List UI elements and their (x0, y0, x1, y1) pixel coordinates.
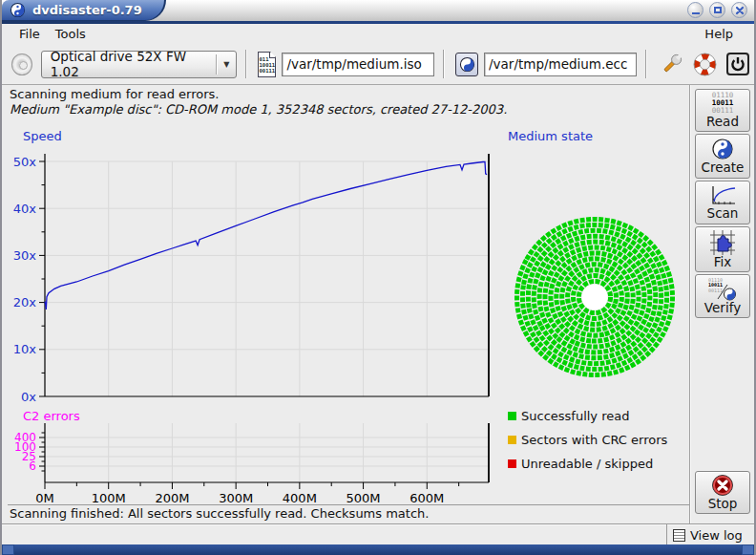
scan-result-status: Scanning finished: All sectors successfu… (10, 506, 429, 521)
scan-button[interactable]: Scan (695, 181, 750, 224)
svg-text:0x: 0x (21, 390, 36, 404)
power-icon (725, 52, 750, 76)
toolbar: Optical drive 52X FW 1.02 ▼ 011 10011 00… (2, 44, 754, 85)
good-swatch-icon (508, 412, 516, 420)
svg-text:400: 400 (14, 431, 36, 444)
stop-button[interactable]: Stop (695, 471, 750, 514)
svg-text:0M: 0M (35, 491, 54, 505)
content-pane: Scanning medium for read errors. Medium … (8, 85, 689, 523)
verify-button[interactable]: 01110 10011 00111 Verify (695, 274, 750, 318)
titlebar[interactable]: dvdisaster-0.79 (2, 0, 754, 21)
stop-icon (711, 474, 734, 497)
maximize-icon (714, 7, 722, 13)
verify-icon: 01110 10011 00111 (708, 278, 737, 301)
window-bottom-frame[interactable] (2, 544, 754, 555)
svg-text:200M: 200M (155, 491, 189, 505)
drive-selector[interactable]: Optical drive 52X FW 1.02 ▼ (41, 51, 237, 78)
resize-corner-right[interactable] (742, 544, 754, 555)
svg-text:500M: 500M (346, 491, 381, 505)
help-button[interactable] (692, 51, 717, 77)
crc-swatch-icon (508, 436, 516, 444)
read-icon: 01110 10011 00111 (712, 92, 734, 115)
title-tab: dvdisaster-0.79 (2, 0, 166, 21)
scan-curve-icon (709, 185, 736, 206)
fix-button[interactable]: Fix (695, 226, 750, 272)
preferences-button[interactable] (660, 51, 684, 77)
maximize-button[interactable] (709, 2, 725, 18)
ecc-path-field[interactable] (484, 53, 637, 76)
chevron-down-icon: ▼ (223, 60, 229, 69)
menu-tools[interactable]: Tools (48, 27, 94, 41)
legend-item-unreadable: Unreadable / skipped (508, 452, 667, 476)
svg-text:50x: 50x (13, 155, 37, 169)
close-button[interactable] (731, 2, 747, 18)
main-area: Scanning medium for read errors. Medium … (2, 85, 754, 523)
iso-path-field[interactable] (282, 53, 434, 76)
log-icon (673, 529, 685, 542)
window-controls (687, 2, 747, 18)
svg-text:10x: 10x (13, 342, 37, 356)
create-button[interactable]: Create (695, 134, 750, 179)
svg-text:100M: 100M (92, 491, 126, 505)
legend-item-crc: Sectors with CRC errors (508, 428, 667, 452)
svg-text:20x: 20x (13, 295, 37, 310)
svg-text:400M: 400M (283, 491, 317, 505)
ecc-file-icon (455, 53, 478, 76)
minimize-button[interactable] (687, 2, 704, 18)
toolbar-separator (245, 50, 247, 78)
legend-item-good: Successfully read (508, 404, 667, 428)
fix-puzzle-icon (710, 230, 735, 255)
svg-text:600M: 600M (410, 491, 444, 505)
menubar: File Tools Help (2, 24, 754, 44)
quit-button[interactable] (725, 51, 750, 77)
drive-icon (11, 53, 32, 75)
statusbar: View log (2, 523, 754, 544)
action-sidebar: 01110 10011 00111 Read Create (689, 85, 754, 523)
window-title: dvdisaster-0.79 (32, 3, 142, 17)
medium-state-legend: Successfully read Sectors with CRC error… (508, 404, 667, 476)
svg-text:40x: 40x (13, 202, 37, 216)
drive-selector-value: Optical drive 52X FW 1.02 (51, 49, 208, 79)
combo-divider (216, 54, 218, 75)
iso-file-icon: 011 10011 00111 (258, 52, 277, 77)
create-yin-yang-icon (711, 138, 734, 160)
wrench-icon (660, 52, 684, 76)
unreadable-swatch-icon (508, 459, 516, 468)
resize-corner-left[interactable] (2, 544, 14, 555)
toolbar-separator (443, 50, 445, 78)
close-icon (735, 6, 745, 15)
toolbar-separator (645, 50, 647, 78)
menu-file[interactable]: File (11, 27, 48, 41)
app-logo-icon (10, 2, 26, 18)
lifebuoy-icon (693, 53, 717, 76)
svg-text:300M: 300M (219, 491, 253, 505)
svg-text:30x: 30x (13, 248, 37, 263)
minimize-icon (692, 12, 700, 14)
app-window: dvdisaster-0.79 File Tools Help Optical … (0, 0, 756, 555)
read-button[interactable]: 01110 10011 00111 Read (695, 89, 750, 132)
menu-help[interactable]: Help (697, 27, 741, 41)
view-log-button[interactable]: View log (666, 524, 752, 545)
